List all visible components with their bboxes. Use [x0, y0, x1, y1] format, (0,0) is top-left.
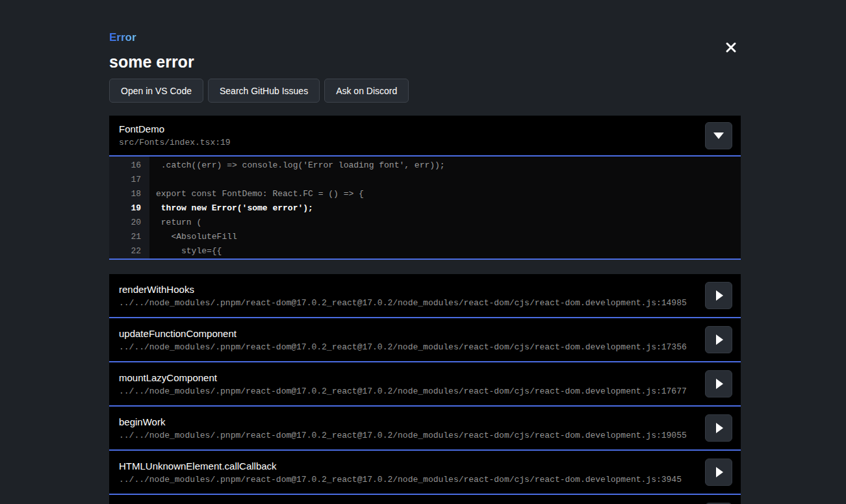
expand-frame-button[interactable]	[705, 414, 732, 442]
code-line: 19 throw new Error('some error');	[109, 201, 741, 216]
ask-on-discord-button[interactable]: Ask on Discord	[324, 79, 409, 103]
line-number: 20	[109, 216, 149, 230]
line-code: throw new Error('some error');	[149, 201, 313, 216]
stack-frame-path: ../../node_modules/.pnpm/react-dom@17.0.…	[119, 386, 705, 396]
line-number: 22	[109, 244, 149, 258]
stack-frame-info: updateFunctionComponent ../../node_modul…	[119, 328, 705, 352]
play-icon	[716, 423, 723, 433]
collapse-frame-button[interactable]	[705, 122, 732, 149]
line-code	[149, 173, 156, 187]
stack-frame-name: HTMLUnknownElement.callCallback	[119, 460, 705, 472]
expand-frame-button[interactable]	[705, 326, 732, 353]
stack-frame-row: mountLazyComponent ../../node_modules/.p…	[109, 362, 741, 407]
action-buttons: Open in VS Code Search GitHub Issues Ask…	[109, 79, 741, 103]
frame-file-location: src/Fonts/index.tsx:19	[119, 138, 231, 147]
stack-frame-info: beginWork ../../node_modules/.pnpm/react…	[119, 416, 705, 440]
code-line: 17	[109, 173, 741, 187]
stack-frame-row-partial	[109, 495, 741, 504]
code-line: 21 <AbsoluteFill	[109, 230, 741, 244]
code-line: 20 return (	[109, 216, 741, 230]
line-number: 17	[109, 173, 149, 187]
stack-trace-list: renderWithHooks ../../node_modules/.pnpm…	[109, 274, 741, 504]
chevron-down-icon	[713, 132, 724, 139]
expand-frame-button[interactable]	[705, 282, 732, 309]
stack-frame-path: ../../node_modules/.pnpm/react-dom@17.0.…	[119, 342, 705, 352]
stack-frame-path: ../../node_modules/.pnpm/react-dom@17.0.…	[119, 298, 705, 308]
play-icon	[716, 379, 723, 389]
stack-frame-row: beginWork ../../node_modules/.pnpm/react…	[109, 407, 741, 451]
stack-frame-name: beginWork	[119, 416, 705, 427]
play-icon	[716, 467, 723, 477]
line-number: 21	[109, 230, 149, 244]
play-icon	[716, 290, 723, 301]
code-line: 18 export const FontDemo: React.FC = () …	[109, 187, 741, 201]
stack-frame-info: renderWithHooks ../../node_modules/.pnpm…	[119, 284, 705, 308]
stack-frame-name: renderWithHooks	[119, 284, 705, 295]
error-message-title: some error	[109, 53, 741, 71]
search-github-issues-button[interactable]: Search GitHub Issues	[208, 79, 320, 103]
expand-frame-button[interactable]	[705, 370, 732, 397]
frame-function-name: FontDemo	[119, 123, 231, 134]
stack-frame-info: HTMLUnknownElement.callCallback ../../no…	[119, 460, 705, 485]
line-number: 16	[109, 158, 149, 173]
code-line: 22 style={{	[109, 244, 741, 258]
play-icon	[716, 334, 723, 345]
stack-frame-path: ../../node_modules/.pnpm/react-dom@17.0.…	[119, 431, 705, 440]
stack-frame-row: renderWithHooks ../../node_modules/.pnpm…	[109, 274, 741, 318]
code-snippet: 16 .catch((err) => console.log('Error lo…	[109, 157, 741, 260]
line-number: 19	[109, 201, 149, 216]
stack-frame-path: ../../node_modules/.pnpm/react-dom@17.0.…	[119, 475, 705, 485]
error-type-label: Error	[109, 31, 136, 44]
line-number: 18	[109, 187, 149, 201]
line-code: <AbsoluteFill	[149, 230, 237, 244]
overlay-content: Error some error Open in VS Code Search …	[109, 0, 741, 504]
stack-frame-info: mountLazyComponent ../../node_modules/.p…	[119, 372, 705, 396]
code-frame-panel: FontDemo src/Fonts/index.tsx:19 16 .catc…	[109, 116, 741, 260]
line-code: export const FontDemo: React.FC = () => …	[149, 187, 364, 201]
stack-frame-row: updateFunctionComponent ../../node_modul…	[109, 318, 741, 362]
code-line: 16 .catch((err) => console.log('Error lo…	[109, 158, 741, 173]
line-code: return (	[149, 216, 201, 230]
line-code: .catch((err) => console.log('Error loadi…	[149, 158, 445, 173]
stack-frame-name: updateFunctionComponent	[119, 328, 705, 339]
code-frame-header: FontDemo src/Fonts/index.tsx:19	[109, 116, 741, 157]
stack-frame-name: mountLazyComponent	[119, 372, 705, 383]
open-in-vscode-button[interactable]: Open in VS Code	[109, 79, 203, 103]
stack-frame-row: HTMLUnknownElement.callCallback ../../no…	[109, 451, 741, 495]
code-frame-title-block: FontDemo src/Fonts/index.tsx:19	[119, 123, 231, 147]
line-code: style={{	[149, 244, 222, 258]
expand-frame-button[interactable]	[705, 459, 732, 486]
